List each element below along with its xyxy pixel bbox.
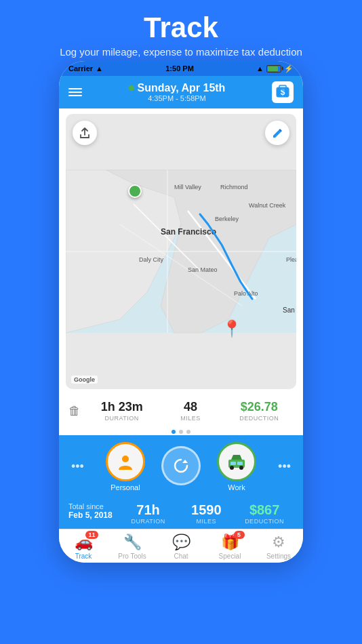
svg-rect-27 <box>237 462 243 465</box>
replay-circle <box>161 446 201 485</box>
totals-row: Total since Feb 5, 2018 71h DURATION 159… <box>59 497 303 529</box>
svg-text:Walnut Creek: Walnut Creek <box>249 202 286 209</box>
google-logo: Google <box>71 376 98 384</box>
pro-tools-nav-icon: 🔧 <box>123 534 142 551</box>
total-miles-label: MILES <box>177 518 235 525</box>
nav-pro-tools[interactable]: 🔧 Pro Tools <box>108 534 157 560</box>
categories-row: ••• Personal <box>59 435 303 497</box>
app-title: Track <box>14 12 348 43</box>
duration-value: 1h 23m <box>87 400 156 414</box>
track-badge: 11 <box>85 531 98 539</box>
nav-special[interactable]: 🎁 5 Special <box>205 534 254 560</box>
premium-button[interactable]: $ <box>272 81 294 103</box>
total-duration-label: DURATION <box>119 518 178 525</box>
pro-tools-nav-label: Pro Tools <box>118 552 146 560</box>
personal-label: Personal <box>110 483 140 491</box>
menu-button[interactable] <box>68 88 82 96</box>
battery-bolt: ⚡ <box>284 64 294 73</box>
active-indicator <box>129 85 134 91</box>
svg-rect-26 <box>230 462 236 465</box>
category-work[interactable]: Work <box>217 442 256 491</box>
carrier-text: Carrier ▲ <box>68 64 103 73</box>
miles-stat: 48 MILES <box>156 400 224 422</box>
app-header: Track Log your mileage, expense to maxim… <box>0 0 362 64</box>
personal-circle <box>106 442 145 481</box>
duration-stat: 1h 23m DURATION <box>87 400 156 422</box>
start-pin <box>128 184 142 198</box>
svg-text:Richmond: Richmond <box>220 184 248 190</box>
deduction-value: $26.78 <box>225 400 294 414</box>
categories-more-left[interactable]: ••• <box>66 460 89 474</box>
deduction-stat: $26.78 DEDUCTION <box>225 400 294 422</box>
premium-icon: $ <box>275 85 290 100</box>
total-deduction: $867 DEDUCTION <box>235 502 294 525</box>
date-display: Sunday, Apr 15th 4:35PM - 5:58PM <box>129 82 226 102</box>
trip-time-range: 4:35PM - 5:58PM <box>129 94 226 102</box>
nav-chat[interactable]: 💬 Chat <box>157 534 205 560</box>
chat-nav-icon: 💬 <box>172 534 190 551</box>
category-personal[interactable]: Personal <box>106 442 145 491</box>
phone-frame: Carrier ▲ 1:50 PM ▲ ⚡ Sunday, Apr 15th 4… <box>59 61 303 563</box>
person-icon <box>116 452 135 471</box>
slide-dot-2 <box>179 430 183 434</box>
svg-point-25 <box>239 466 243 470</box>
map-background: Mill Valley Richmond Walnut Creek Berkel… <box>66 114 296 389</box>
replay-icon <box>172 456 190 475</box>
svg-text:Daly City: Daly City <box>139 256 164 263</box>
settings-nav-label: Settings <box>266 552 291 560</box>
delete-trip-button[interactable]: 🗑 <box>68 404 81 418</box>
special-nav-icon: 🎁 5 <box>221 534 239 551</box>
total-since-label: Total since <box>68 502 113 510</box>
trip-date: Sunday, Apr 15th <box>138 82 226 94</box>
duration-label: DURATION <box>87 415 156 422</box>
total-miles: 1590 MILES <box>177 502 235 525</box>
category-replay[interactable] <box>161 446 201 487</box>
special-nav-label: Special <box>219 552 241 560</box>
track-nav-label: Track <box>75 552 92 560</box>
total-duration-value: 71h <box>119 502 178 518</box>
miles-label: MILES <box>156 415 224 422</box>
total-since-date: Feb 5, 2018 <box>68 510 113 520</box>
svg-text:$: $ <box>281 87 285 97</box>
svg-marker-22 <box>182 460 188 463</box>
status-bar: Carrier ▲ 1:50 PM ▲ ⚡ <box>59 61 303 76</box>
svg-point-24 <box>230 466 234 470</box>
svg-point-21 <box>122 456 129 462</box>
special-badge: 5 <box>234 531 245 539</box>
total-duration: 71h DURATION <box>119 502 178 525</box>
work-label: Work <box>228 483 245 491</box>
svg-text:Pleasanton: Pleasanton <box>286 256 296 263</box>
bottom-nav: 🚗 11 Track 🔧 Pro Tools 💬 Chat 🎁 5 Specia… <box>59 529 303 563</box>
nav-settings[interactable]: ⚙ Settings <box>254 534 303 560</box>
status-right: ▲ ⚡ <box>256 64 294 73</box>
work-circle <box>217 442 256 481</box>
total-since: Total since Feb 5, 2018 <box>68 502 113 520</box>
svg-text:Berkeley: Berkeley <box>215 216 239 222</box>
nav-track[interactable]: 🚗 11 Track <box>59 534 108 560</box>
wifi-icon: ▲ <box>96 64 103 73</box>
categories-more-right[interactable]: ••• <box>273 460 296 474</box>
share-button[interactable] <box>73 121 97 145</box>
slide-dot-1 <box>172 430 176 434</box>
status-time: 1:50 PM <box>165 64 194 73</box>
map-svg: Mill Valley Richmond Walnut Creek Berkel… <box>66 114 296 389</box>
total-deduction-label: DEDUCTION <box>235 518 294 525</box>
trip-stats: 🗑 1h 23m DURATION 48 MILES $26.78 DEDUCT… <box>59 395 303 427</box>
battery-icon <box>266 65 281 73</box>
chat-nav-label: Chat <box>174 552 188 560</box>
svg-text:San Jose: San Jose <box>283 306 296 314</box>
settings-nav-icon: ⚙ <box>272 534 285 551</box>
edit-icon <box>272 127 283 138</box>
deduction-label: DEDUCTION <box>225 415 294 422</box>
svg-text:San Francisco: San Francisco <box>161 227 216 237</box>
total-deduction-value: $867 <box>235 502 294 518</box>
app-subtitle: Log your mileage, expense to maximize ta… <box>14 46 348 58</box>
share-icon <box>79 127 91 139</box>
car-icon <box>226 453 247 470</box>
end-pin: 📍 <box>222 321 242 337</box>
navigation-icon: ▲ <box>256 64 264 73</box>
slide-indicator <box>59 427 303 435</box>
edit-button[interactable] <box>265 121 289 145</box>
svg-text:Mill Valley: Mill Valley <box>174 184 201 190</box>
miles-value: 48 <box>156 400 224 414</box>
